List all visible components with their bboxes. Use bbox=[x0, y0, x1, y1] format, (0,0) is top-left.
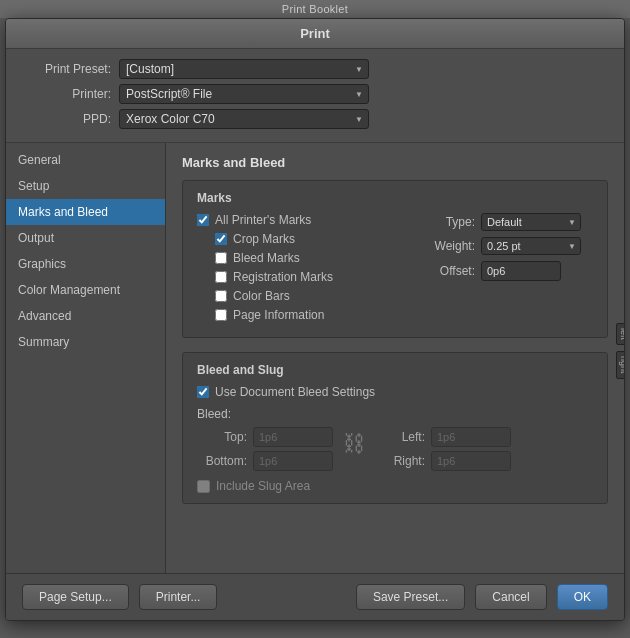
ok-button[interactable]: OK bbox=[557, 584, 608, 610]
sidebar: General Setup Marks and Bleed Output Gra… bbox=[6, 143, 166, 573]
printer-label: Printer: bbox=[26, 87, 111, 101]
marks-left: All Printer's Marks Crop Marks Bleed Mar… bbox=[197, 213, 403, 327]
printer-button[interactable]: Printer... bbox=[139, 584, 218, 610]
crop-marks-checkbox[interactable] bbox=[215, 233, 227, 245]
top-label: Top: bbox=[197, 430, 247, 444]
bleed-inputs-area: Top: ▲ ▼ bbox=[197, 427, 593, 471]
ppd-select[interactable]: Xerox Color C70 bbox=[119, 109, 369, 129]
type-select-wrapper[interactable]: Default bbox=[481, 213, 581, 231]
dialog-title: Print bbox=[6, 19, 624, 49]
type-row: Type: Default bbox=[423, 213, 593, 231]
right-label: Right: bbox=[375, 454, 425, 468]
main-content: General Setup Marks and Bleed Output Gra… bbox=[6, 143, 624, 573]
cancel-button[interactable]: Cancel bbox=[475, 584, 546, 610]
right-field-row: Right: ▲ ▼ bbox=[375, 451, 511, 471]
offset-value[interactable] bbox=[482, 265, 561, 277]
print-preset-label: Print Preset: bbox=[26, 62, 111, 76]
bleed-marks-checkbox[interactable] bbox=[215, 252, 227, 264]
top-value[interactable] bbox=[254, 431, 333, 443]
bottom-spinbox[interactable]: ▲ ▼ bbox=[253, 451, 333, 471]
weight-select-wrapper[interactable]: 0.25 pt bbox=[481, 237, 581, 255]
include-slug-checkbox[interactable] bbox=[197, 480, 210, 493]
ppd-select-wrapper[interactable]: Xerox Color C70 bbox=[119, 109, 369, 129]
color-bars-label: Color Bars bbox=[233, 289, 290, 303]
type-select[interactable]: Default bbox=[481, 213, 581, 231]
bleed-slug-title: Bleed and Slug bbox=[197, 363, 593, 377]
footer-left: Page Setup... Printer... bbox=[22, 584, 217, 610]
print-preset-select[interactable]: [Custom] bbox=[119, 59, 369, 79]
sidebar-item-graphics[interactable]: Graphics bbox=[6, 251, 165, 277]
marks-box: Marks All Printer's Marks Crop Marks bbox=[182, 180, 608, 338]
bleed-label: Bleed: bbox=[197, 407, 593, 421]
bleed-marks-row: Bleed Marks bbox=[197, 251, 403, 265]
top-field-row: Top: ▲ ▼ bbox=[197, 427, 333, 447]
sidebar-item-general[interactable]: General bbox=[6, 147, 165, 173]
left-label: Left: bbox=[375, 430, 425, 444]
registration-marks-label: Registration Marks bbox=[233, 270, 333, 284]
weight-select[interactable]: 0.25 pt bbox=[481, 237, 581, 255]
printer-row: Printer: PostScript® File bbox=[26, 84, 604, 104]
printer-select-wrapper[interactable]: PostScript® File bbox=[119, 84, 369, 104]
bleed-fields: Bleed: Top: ▲ ▼ bbox=[197, 407, 593, 493]
dialog-wrapper: Print Booklet Print Print Preset: [Custo… bbox=[0, 0, 630, 638]
left-value[interactable] bbox=[432, 431, 511, 443]
bleed-left-col: Top: ▲ ▼ bbox=[197, 427, 333, 471]
type-label: Type: bbox=[423, 215, 475, 229]
page-setup-button[interactable]: Page Setup... bbox=[22, 584, 129, 610]
sidebar-item-setup[interactable]: Setup bbox=[6, 173, 165, 199]
bottom-field-row: Bottom: ▲ ▼ bbox=[197, 451, 333, 471]
use-doc-bleed-label: Use Document Bleed Settings bbox=[215, 385, 375, 399]
include-slug-label: Include Slug Area bbox=[216, 479, 310, 493]
all-printers-marks-label: All Printer's Marks bbox=[215, 213, 311, 227]
left-field-row: Left: ▲ ▼ bbox=[375, 427, 511, 447]
sidebar-item-output[interactable]: Output bbox=[6, 225, 165, 251]
weight-label: Weight: bbox=[423, 239, 475, 253]
right-value[interactable] bbox=[432, 455, 511, 467]
crop-marks-label: Crop Marks bbox=[233, 232, 295, 246]
top-spinbox[interactable]: ▲ ▼ bbox=[253, 427, 333, 447]
bottom-value[interactable] bbox=[254, 455, 333, 467]
printer-select[interactable]: PostScript® File bbox=[119, 84, 369, 104]
left-tab: left bbox=[616, 323, 624, 345]
sidebar-item-color-management[interactable]: Color Management bbox=[6, 277, 165, 303]
print-preset-select-wrapper[interactable]: [Custom] bbox=[119, 59, 369, 79]
content-area: Marks and Bleed Marks All Printer's Mark… bbox=[166, 143, 624, 573]
marks-right: Type: Default Weight: bbox=[423, 213, 593, 327]
edge-tabs: left right bbox=[616, 323, 624, 379]
offset-spinbox[interactable]: ▲ ▼ bbox=[481, 261, 561, 281]
ppd-label: PPD: bbox=[26, 112, 111, 126]
registration-marks-row: Registration Marks bbox=[197, 270, 403, 284]
sidebar-item-summary[interactable]: Summary bbox=[6, 329, 165, 355]
use-doc-bleed-row: Use Document Bleed Settings bbox=[197, 385, 593, 399]
preset-area: Print Preset: [Custom] Printer: PostScri… bbox=[6, 49, 624, 143]
registration-marks-checkbox[interactable] bbox=[215, 271, 227, 283]
page-info-row: Page Information bbox=[197, 308, 403, 322]
left-spinbox[interactable]: ▲ ▼ bbox=[431, 427, 511, 447]
crop-marks-row: Crop Marks bbox=[197, 232, 403, 246]
sidebar-item-marks-and-bleed[interactable]: Marks and Bleed bbox=[6, 199, 165, 225]
sidebar-item-advanced[interactable]: Advanced bbox=[6, 303, 165, 329]
footer: Page Setup... Printer... Save Preset... … bbox=[6, 573, 624, 620]
right-tab: right bbox=[616, 351, 624, 379]
color-bars-row: Color Bars bbox=[197, 289, 403, 303]
marks-grid: All Printer's Marks Crop Marks Bleed Mar… bbox=[197, 213, 593, 327]
all-printers-marks-checkbox[interactable] bbox=[197, 214, 209, 226]
include-slug-row: Include Slug Area bbox=[197, 479, 593, 493]
use-doc-bleed-checkbox[interactable] bbox=[197, 386, 209, 398]
right-spinbox[interactable]: ▲ ▼ bbox=[431, 451, 511, 471]
offset-label: Offset: bbox=[423, 264, 475, 278]
section-title: Marks and Bleed bbox=[182, 155, 608, 170]
save-preset-button[interactable]: Save Preset... bbox=[356, 584, 465, 610]
page-info-checkbox[interactable] bbox=[215, 309, 227, 321]
print-preset-row: Print Preset: [Custom] bbox=[26, 59, 604, 79]
all-printers-marks-row: All Printer's Marks bbox=[197, 213, 403, 227]
footer-right: Save Preset... Cancel OK bbox=[356, 584, 608, 610]
page-info-label: Page Information bbox=[233, 308, 324, 322]
weight-row: Weight: 0.25 pt bbox=[423, 237, 593, 255]
chain-link-icon: ⛓ bbox=[343, 431, 365, 457]
bleed-slug-box: Bleed and Slug Use Document Bleed Settin… bbox=[182, 352, 608, 504]
color-bars-checkbox[interactable] bbox=[215, 290, 227, 302]
print-booklet-titlebar: Print Booklet bbox=[0, 0, 630, 18]
ppd-row: PPD: Xerox Color C70 bbox=[26, 109, 604, 129]
marks-title: Marks bbox=[197, 191, 593, 205]
